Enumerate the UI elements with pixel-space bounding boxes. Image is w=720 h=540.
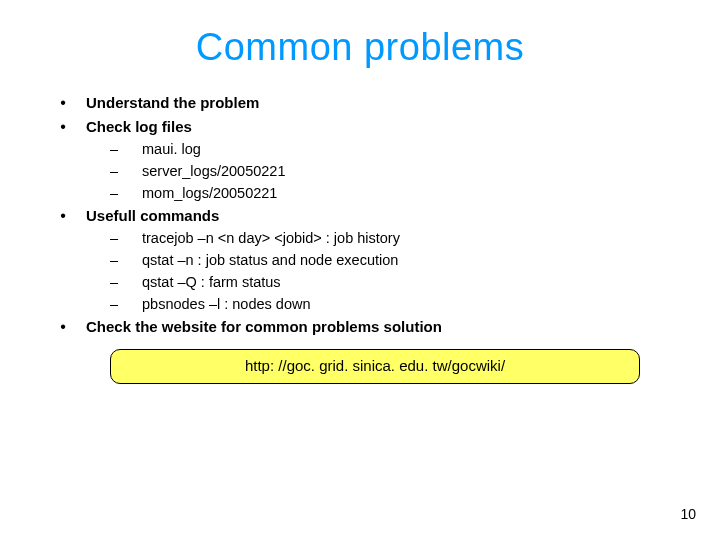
bullet-dot-icon: • [40,204,86,228]
bullet-dot-icon: • [40,91,86,115]
sub-text: qstat –Q : farm status [142,272,281,294]
dash-icon: – [86,183,142,205]
url-callout: http: //goc. grid. sinica. edu. tw/gocwi… [110,349,640,384]
dash-icon: – [86,161,142,183]
page-number: 10 [680,506,696,522]
sub-cmd-c: – qstat –Q : farm status [86,272,680,294]
url-text: http: //goc. grid. sinica. edu. tw/gocwi… [245,357,505,374]
bullet-understand: • Understand the problem [40,91,680,115]
bullet-dot-icon: • [40,115,86,139]
sub-text: maui. log [142,139,201,161]
sub-cmd-a: – tracejob –n <n day> <jobid> : job hist… [86,228,680,250]
sub-text: mom_logs/20050221 [142,183,277,205]
dash-icon: – [86,272,142,294]
slide-content: • Understand the problem • Check log fil… [40,91,680,384]
dash-icon: – [86,250,142,272]
sub-text: qstat –n : job status and node execution [142,250,398,272]
bullet-usefull: • Usefull commands [40,204,680,228]
bullet-text: Check log files [86,116,192,139]
bullet-text: Usefull commands [86,205,219,228]
sub-cmd-d: – pbsnodes –l : nodes down [86,294,680,316]
sub-text: server_logs/20050221 [142,161,286,183]
bullet-checkweb: • Check the website for common problems … [40,315,680,339]
sub-cmd-b: – qstat –n : job status and node executi… [86,250,680,272]
bullet-checklog: • Check log files [40,115,680,139]
sub-log-c: – mom_logs/20050221 [86,183,680,205]
sub-log-b: – server_logs/20050221 [86,161,680,183]
dash-icon: – [86,294,142,316]
bullet-text: Understand the problem [86,92,259,115]
slide: Common problems • Understand the problem… [0,0,720,540]
slide-title: Common problems [40,26,680,69]
bullet-dot-icon: • [40,315,86,339]
sub-log-a: – maui. log [86,139,680,161]
sub-text: pbsnodes –l : nodes down [142,294,311,316]
dash-icon: – [86,139,142,161]
dash-icon: – [86,228,142,250]
bullet-text: Check the website for common problems so… [86,316,442,339]
sub-text: tracejob –n <n day> <jobid> : job histor… [142,228,400,250]
